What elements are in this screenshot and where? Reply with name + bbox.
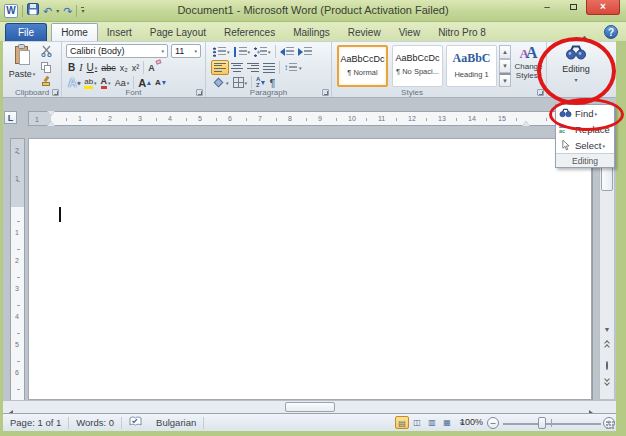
web-layout-view-icon[interactable]: ▥: [425, 416, 439, 429]
close-button[interactable]: ×: [586, 0, 620, 15]
style-heading-1[interactable]: AaBbC Heading 1: [446, 45, 497, 87]
minimize-button[interactable]: –: [534, 0, 560, 15]
tab-page-layout[interactable]: Page Layout: [141, 24, 215, 41]
select-browse-object-icon[interactable]: [600, 359, 614, 372]
scroll-left-icon[interactable]: [4, 402, 17, 413]
zoom-slider-track[interactable]: [503, 423, 601, 425]
decrease-indent-button[interactable]: [278, 44, 296, 59]
hanging-indent-marker[interactable]: [47, 121, 55, 126]
style-gallery-scroll: ▲ ▼ ▼: [499, 45, 511, 87]
group-clipboard: Paste Clipboard: [3, 42, 62, 97]
font-family-select[interactable]: Calibri (Body): [66, 44, 168, 58]
style-no-spacing[interactable]: AaBbCcDc ¶ No Spaci...: [392, 45, 443, 87]
italic-button[interactable]: I: [77, 60, 84, 75]
gallery-scroll-down-icon[interactable]: ▼: [499, 59, 511, 73]
ruler-number: 5: [15, 341, 19, 348]
first-line-indent-marker[interactable]: [47, 111, 55, 116]
ruler-number: 3: [138, 115, 142, 122]
menu-item-select[interactable]: Select: [556, 137, 614, 153]
gallery-scroll-up-icon[interactable]: ▲: [499, 45, 511, 59]
font-size-select[interactable]: 11: [171, 44, 201, 58]
scroll-down-icon[interactable]: ▼: [600, 323, 614, 336]
v-ruler-white: 123456: [11, 207, 24, 401]
page-count-status[interactable]: Page: 1 of 1: [3, 417, 68, 428]
zoom-slider-thumb[interactable]: [538, 417, 546, 429]
proofing-icon[interactable]: [122, 416, 149, 429]
view-shortcuts: ▤ ◫ ▥ ▦ ≡: [395, 416, 469, 429]
copy-icon[interactable]: [41, 62, 52, 73]
full-screen-reading-view-icon[interactable]: ◫: [410, 416, 424, 429]
tab-home[interactable]: Home: [51, 23, 98, 41]
ruler-number: 12: [408, 115, 416, 122]
subscript-button[interactable]: x₂: [118, 60, 130, 75]
resize-grip[interactable]: [606, 421, 614, 429]
tab-insert[interactable]: Insert: [98, 24, 141, 41]
bullets-button[interactable]: [211, 44, 232, 59]
ruler-number: 1: [15, 229, 19, 236]
select-arrow-icon: [559, 140, 572, 151]
document-page[interactable]: [28, 138, 592, 400]
zoom-out-button[interactable]: –: [487, 417, 499, 429]
format-painter-icon[interactable]: [41, 76, 51, 87]
paste-button[interactable]: Paste: [7, 44, 37, 86]
status-bar: Page: 1 of 1 Words: 0 Bulgarian ▤ ◫ ▥ ▦ …: [3, 413, 616, 431]
bold-button[interactable]: B: [66, 60, 77, 75]
tab-review[interactable]: Review: [339, 24, 390, 41]
justify-button[interactable]: [261, 60, 277, 75]
clipboard-dialog-launcher-icon[interactable]: [52, 89, 59, 96]
language-status[interactable]: Bulgarian: [149, 417, 203, 428]
multilevel-list-button[interactable]: [252, 44, 273, 59]
horizontal-scroll-thumb[interactable]: [285, 402, 335, 412]
ruler-number: 2: [15, 147, 19, 154]
strikethrough-button[interactable]: abc: [99, 60, 118, 75]
clear-formatting-button[interactable]: A: [146, 60, 157, 75]
group-label-styles: Styles: [332, 88, 492, 97]
group-label-paragraph: Paragraph: [206, 88, 331, 97]
underline-button[interactable]: U: [85, 60, 100, 75]
tab-view[interactable]: View: [390, 24, 430, 41]
cut-icon[interactable]: [41, 45, 52, 59]
h-ruler-white: 123456789101112131415: [51, 112, 561, 125]
print-layout-view-icon[interactable]: ▤: [395, 416, 409, 429]
minimize-ribbon-icon[interactable]: [582, 28, 592, 36]
align-left-button[interactable]: [211, 60, 229, 75]
ruler-number: 11: [378, 115, 385, 122]
ruler-number: 2: [108, 115, 112, 122]
gallery-more-icon[interactable]: ▼: [499, 73, 511, 87]
ruler-number: 4: [168, 115, 172, 122]
horizontal-scrollbar[interactable]: [3, 400, 598, 413]
tab-file[interactable]: File: [5, 23, 47, 41]
right-indent-marker[interactable]: [522, 121, 530, 126]
ruler-margin-number: 1: [35, 116, 39, 123]
tab-mailings[interactable]: Mailings: [284, 24, 339, 41]
font-dialog-launcher-icon[interactable]: [196, 89, 203, 96]
align-center-button[interactable]: [229, 60, 245, 75]
clipboard-icon: [13, 44, 32, 66]
ruler-number: 1: [15, 175, 19, 182]
tab-references[interactable]: References: [215, 24, 284, 41]
word-count-status[interactable]: Words: 0: [69, 417, 121, 428]
align-right-button[interactable]: [245, 60, 261, 75]
vertical-scrollbar[interactable]: ▲ ▼: [599, 130, 615, 400]
line-spacing-button[interactable]: ↕: [282, 60, 304, 75]
horizontal-ruler: 1 123456789101112131415: [28, 111, 592, 126]
outline-view-icon[interactable]: ▦: [440, 416, 454, 429]
previous-page-icon[interactable]: [600, 341, 614, 349]
ruler-number: 9: [318, 115, 322, 122]
next-page-icon[interactable]: [600, 377, 614, 385]
style-normal[interactable]: AaBbCcDc ¶ Normal: [337, 45, 388, 87]
ruler-number: 4: [15, 313, 19, 320]
tab-nitro-pro-8[interactable]: Nitro Pro 8: [429, 24, 495, 41]
ruler-number: 3: [15, 285, 19, 292]
ruler-number: 13: [438, 115, 446, 122]
ruler-number: 1: [78, 115, 82, 122]
maximize-button[interactable]: [560, 0, 586, 15]
numbering-button[interactable]: [232, 44, 253, 59]
tab-stop-selector[interactable]: L: [4, 111, 17, 124]
increase-indent-button[interactable]: [296, 44, 314, 59]
superscript-button[interactable]: x²: [130, 60, 142, 75]
paragraph-dialog-launcher-icon[interactable]: [322, 89, 329, 96]
zoom-level[interactable]: 100%: [460, 417, 483, 427]
scroll-right-icon[interactable]: [584, 402, 597, 413]
help-icon[interactable]: ?: [604, 25, 618, 39]
